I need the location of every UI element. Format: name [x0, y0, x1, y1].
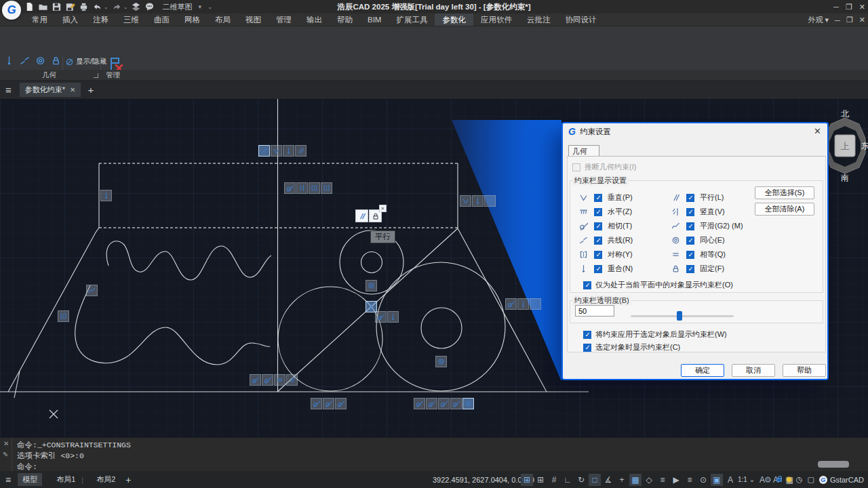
- constraint-hover-bar[interactable]: ✕: [355, 209, 382, 222]
- undo-icon[interactable]: [92, 1, 102, 12]
- layout-tab-布局2[interactable]: 布局2: [92, 473, 120, 486]
- tangent-checkbox[interactable]: [594, 222, 602, 230]
- badge-symmetric-icon[interactable]: [309, 182, 320, 194]
- constraint-badge[interactable]: [366, 280, 377, 291]
- ribbon-tab-曲面[interactable]: 曲面: [146, 14, 177, 26]
- chat-icon[interactable]: [144, 1, 155, 12]
- symmetric-checkbox[interactable]: [594, 251, 602, 259]
- status-menu-icon[interactable]: ≡: [5, 474, 11, 485]
- annotation-scale-icon[interactable]: A: [724, 474, 736, 486]
- infer-constraints-checkbox[interactable]: [572, 163, 580, 171]
- minimize-icon[interactable]: ─: [833, 3, 839, 11]
- ribbon-tab-插入[interactable]: 插入: [55, 14, 85, 26]
- ribbon-restore-icon[interactable]: ❐: [846, 16, 853, 24]
- constraint-badge[interactable]: [58, 310, 69, 322]
- layer-isolate-icon[interactable]: ≡: [684, 474, 696, 486]
- layout-tab-布局1[interactable]: 布局1: [52, 473, 80, 486]
- command-close-icon[interactable]: ✕: [3, 440, 9, 447]
- ribbon-tab-应用软件[interactable]: 应用软件: [473, 14, 519, 26]
- show-after-apply-checkbox[interactable]: [583, 331, 591, 339]
- select-all-button[interactable]: 全部选择(S): [755, 186, 814, 199]
- badge-coincident-icon[interactable]: [283, 145, 294, 157]
- transparency-input[interactable]: [575, 305, 614, 317]
- badge-concentric-icon[interactable]: [462, 398, 474, 409]
- ui-lock-icon[interactable]: [776, 478, 782, 482]
- badge-symmetric-icon[interactable]: [484, 195, 496, 207]
- badge-coincident-icon[interactable]: [517, 298, 529, 310]
- doc-menu-icon[interactable]: ≡: [5, 84, 12, 96]
- save-as-icon[interactable]: [65, 1, 75, 12]
- settings-gear-icon[interactable]: ⚙: [764, 475, 772, 485]
- object-snap-icon[interactable]: □: [589, 474, 601, 486]
- badge-parallel-icon[interactable]: [258, 145, 270, 157]
- dual-screen-icon[interactable]: ▣: [711, 474, 723, 486]
- badge-vertical-icon[interactable]: [296, 182, 308, 194]
- constraint-collinear-button[interactable]: [20, 56, 30, 68]
- redo-icon[interactable]: [112, 1, 122, 12]
- clean-screen-icon[interactable]: ◷: [796, 475, 803, 484]
- panel-launcher-icon[interactable]: [94, 73, 98, 78]
- annotation-scale-value[interactable]: 1:1 ⌄: [738, 476, 755, 483]
- show-on-select-checkbox[interactable]: [583, 344, 591, 352]
- badge-coincident-icon[interactable]: [472, 195, 484, 207]
- badge-tangent-icon[interactable]: [250, 374, 261, 386]
- layers-icon[interactable]: [131, 1, 141, 12]
- bulb-icon[interactable]: [787, 477, 791, 482]
- constraint-concentric-button[interactable]: [35, 56, 45, 68]
- fullscreen-icon[interactable]: ▢: [807, 475, 814, 484]
- zoom-tool-icon[interactable]: ⊙: [697, 474, 709, 486]
- new-file-icon[interactable]: [24, 1, 35, 12]
- ribbon-tab-输出[interactable]: 输出: [299, 14, 330, 26]
- new-document-tab-icon[interactable]: +: [87, 84, 94, 96]
- horizontal-checkbox[interactable]: [594, 208, 602, 216]
- badge-tangent-icon[interactable]: [335, 398, 347, 409]
- cancel-button[interactable]: 取消: [732, 364, 775, 377]
- badge-tangent-icon[interactable]: [323, 398, 334, 409]
- vertical-checkbox[interactable]: [686, 208, 694, 216]
- badge-tangent-icon[interactable]: [414, 398, 425, 409]
- badge-coincident-icon[interactable]: [387, 311, 399, 323]
- equal-checkbox[interactable]: [686, 251, 694, 259]
- constraint-badge[interactable]: [86, 285, 98, 296]
- save-icon[interactable]: [52, 1, 62, 12]
- constraint-badge[interactable]: [284, 182, 332, 194]
- ribbon-tab-布局[interactable]: 布局: [208, 14, 238, 26]
- angle-snap-icon[interactable]: ∡: [602, 474, 614, 486]
- hoverbar-close-icon[interactable]: ✕: [379, 205, 387, 212]
- appearance-dropdown[interactable]: 外观 ▾: [808, 15, 829, 25]
- badge-smooth-icon[interactable]: [86, 285, 98, 296]
- coincident-checkbox[interactable]: [594, 265, 602, 273]
- concentric-checkbox[interactable]: [686, 237, 694, 245]
- constraint-badge[interactable]: [258, 145, 307, 157]
- dialog-title-bar[interactable]: G 约束设置: [563, 123, 827, 140]
- badge-symmetric-icon[interactable]: [58, 310, 69, 322]
- app-logo-icon[interactable]: G: [2, 1, 21, 20]
- transparency-slider-track[interactable]: [631, 315, 734, 317]
- ribbon-tab-BIM[interactable]: BIM: [360, 14, 389, 26]
- snap-mode-icon[interactable]: #: [548, 474, 560, 486]
- grid-display-icon[interactable]: ⊞: [534, 474, 547, 486]
- document-tab[interactable]: 参数化约束* ✕: [20, 83, 81, 97]
- workspace-caret-icon[interactable]: ▾: [198, 3, 201, 10]
- ribbon-close-icon[interactable]: ✕: [859, 16, 865, 24]
- open-file-icon[interactable]: [38, 1, 48, 12]
- constraint-fixed-button[interactable]: [51, 56, 61, 68]
- constraint-badge[interactable]: [505, 298, 541, 310]
- snap-3d-icon[interactable]: +: [616, 474, 628, 486]
- ribbon-tab-注释[interactable]: 注释: [85, 14, 116, 26]
- toolbar-customize-icon[interactable]: ⌄: [208, 3, 213, 10]
- badge-tangent-icon[interactable]: [284, 182, 296, 194]
- parallel-checkbox[interactable]: [686, 194, 694, 202]
- collinear-checkbox[interactable]: [594, 237, 602, 245]
- constraint-badge[interactable]: [460, 195, 496, 207]
- badge-coincident-icon[interactable]: [100, 190, 112, 201]
- current-plane-checkbox[interactable]: [583, 281, 591, 289]
- badge-tangent-icon[interactable]: [426, 398, 437, 409]
- ok-button[interactable]: 确定: [681, 364, 724, 377]
- new-layout-icon[interactable]: +: [125, 474, 131, 485]
- constraint-badge[interactable]: [250, 374, 298, 386]
- undo-dropdown-icon[interactable]: ⌄: [104, 4, 108, 10]
- workspace-select[interactable]: 二维草图: [162, 2, 192, 12]
- constraint-badge[interactable]: [435, 356, 447, 367]
- constraint-coincident-button[interactable]: [4, 56, 14, 68]
